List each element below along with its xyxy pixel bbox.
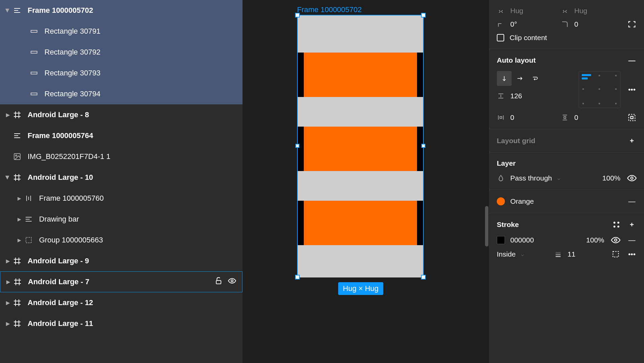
rectangle-icon	[30, 69, 38, 77]
remove-autolayout-button[interactable]: —	[627, 56, 637, 65]
detach-style-button[interactable]: —	[627, 197, 637, 206]
layer-frame-1000005760[interactable]: ▶ Frame 1000005760	[0, 188, 243, 209]
auto-layout-section: Auto layout — 126	[489, 49, 644, 129]
autolayout-frame-icon	[24, 215, 33, 224]
frame-section: ›‹ Hug ›‹ Hug 0° 0 Clip content	[489, 0, 644, 49]
resize-handle-mid-right[interactable]	[421, 144, 425, 148]
stroke-per-side-button[interactable]	[611, 250, 620, 259]
chevron-right-icon[interactable]: ▶	[15, 217, 23, 222]
canvas-frame-label[interactable]: Frame 1000005702	[297, 5, 362, 14]
svg-rect-57	[631, 117, 633, 119]
frame-stripe	[298, 127, 423, 171]
layer-android-large-9[interactable]: ▶ Android Large - 9	[0, 251, 243, 271]
frame-icon	[13, 173, 22, 182]
chevron-right-icon[interactable]: ▶	[15, 196, 23, 201]
resize-handle-top-left[interactable]	[295, 13, 300, 18]
layer-android-large-7[interactable]: ▶ Android Large - 7	[0, 271, 243, 292]
stroke-hex[interactable]: 000000	[510, 236, 534, 244]
gap-value[interactable]: 126	[510, 92, 522, 100]
stroke-opacity[interactable]: 100%	[586, 236, 604, 244]
individual-padding-button[interactable]	[627, 113, 637, 122]
opacity-value[interactable]: 100%	[602, 174, 620, 182]
corner-value[interactable]: 0	[574, 20, 578, 28]
layer-rectangle-30792[interactable]: Rectangle 30792	[0, 42, 243, 63]
blend-mode-icon	[497, 174, 505, 182]
height-hug-icon: ›‹	[561, 7, 569, 15]
individual-corners-button[interactable]	[627, 20, 637, 29]
visibility-icon[interactable]	[228, 277, 236, 287]
selected-frame[interactable]	[297, 15, 424, 277]
svg-rect-67	[613, 252, 618, 257]
unlock-icon[interactable]	[215, 277, 223, 287]
width-value[interactable]: Hug	[510, 7, 523, 15]
stroke-width-icon	[554, 250, 562, 258]
layer-android-large-11[interactable]: ▶ Android Large - 11	[0, 313, 243, 334]
rectangle-icon	[30, 48, 38, 57]
layer-android-large-10[interactable]: ▶ Android Large - 10	[0, 167, 243, 188]
svg-rect-6	[31, 93, 37, 95]
resize-handle-bottom-left[interactable]	[295, 275, 300, 279]
canvas-scrollbar[interactable]	[485, 206, 488, 246]
stroke-style-button[interactable]	[612, 220, 621, 229]
frame-stripe	[298, 15, 423, 53]
layer-frame-1000005764[interactable]: Frame 1000005764	[0, 125, 243, 146]
frame-icon	[13, 277, 22, 286]
autolayout-more-button[interactable]: •••	[627, 85, 637, 94]
clip-content-checkbox[interactable]	[497, 34, 504, 41]
chevron-right-icon[interactable]: ▶	[4, 300, 11, 305]
resize-handle-mid-left[interactable]	[295, 144, 299, 148]
canvas[interactable]: Frame 1000005702 Hug × Hug	[243, 0, 489, 363]
chevron-right-icon[interactable]: ▶	[4, 112, 11, 118]
chevron-right-icon[interactable]: ▶	[4, 279, 12, 285]
resize-handle-bottom-right[interactable]	[421, 275, 426, 279]
layer-drawing-bar[interactable]: ▶ Drawing bar	[0, 209, 243, 230]
layer-android-large-12[interactable]: ▶ Android Large - 12	[0, 292, 243, 313]
remove-stroke-button[interactable]: —	[627, 235, 637, 245]
padding-h-value[interactable]: 0	[510, 113, 514, 122]
layer-label: Frame 1000005764	[28, 131, 93, 140]
layer-group-1000005663[interactable]: ▶ Group 1000005663	[0, 230, 243, 251]
height-value[interactable]: Hug	[574, 7, 587, 15]
stroke-width-value[interactable]: 11	[568, 250, 575, 258]
stroke-more-button[interactable]: •••	[627, 250, 637, 259]
svg-rect-26	[26, 237, 31, 243]
chevron-down-icon: ⌵	[557, 175, 560, 181]
chevron-down-icon[interactable]: ▶	[5, 174, 10, 181]
image-icon	[13, 152, 22, 161]
layer-android-large-8[interactable]: ▶ Android Large - 8	[0, 104, 243, 125]
add-stroke-button[interactable]: +	[627, 220, 637, 229]
chevron-right-icon[interactable]: ▶	[15, 237, 23, 243]
svg-point-61	[613, 226, 615, 228]
alignment-box[interactable]	[579, 71, 620, 108]
chevron-down-icon[interactable]: ▶	[5, 7, 10, 14]
chevron-right-icon[interactable]: ▶	[4, 321, 11, 326]
direction-wrap-button[interactable]	[528, 71, 543, 86]
rotation-value[interactable]: 0°	[510, 20, 517, 28]
svg-rect-3	[31, 30, 37, 32]
layer-rectangle-30794[interactable]: Rectangle 30794	[0, 84, 243, 104]
group-icon	[24, 236, 33, 244]
properties-panel[interactable]: ›‹ Hug ›‹ Hug 0° 0 Clip content	[489, 0, 644, 363]
stroke-swatch[interactable]	[497, 236, 505, 244]
direction-horizontal-button[interactable]	[512, 71, 527, 86]
blend-mode-value[interactable]: Pass through	[510, 174, 552, 182]
layer-frame-1000005702[interactable]: ▶ Frame 1000005702	[0, 0, 243, 21]
visibility-toggle-button[interactable]	[627, 173, 637, 183]
resize-handle-top-right[interactable]	[421, 13, 426, 18]
fill-name[interactable]: Orange	[510, 197, 534, 205]
stroke-position[interactable]: Inside	[497, 250, 516, 258]
stroke-visibility-button[interactable]	[611, 235, 620, 245]
fill-swatch[interactable]	[497, 197, 505, 205]
layer-label: Android Large - 11	[28, 319, 93, 328]
layers-panel[interactable]: ▶ Frame 1000005702 Rectangle 30791 Recta…	[0, 0, 243, 363]
padding-v-value[interactable]: 0	[574, 113, 578, 122]
layer-rectangle-30793[interactable]: Rectangle 30793	[0, 63, 243, 84]
direction-vertical-button[interactable]	[497, 71, 512, 86]
svg-point-60	[617, 222, 619, 224]
layer-img[interactable]: IMG_B0252201F7D4-1 1	[0, 146, 243, 167]
svg-rect-5	[31, 72, 37, 74]
add-layout-grid-button[interactable]: +	[627, 136, 637, 145]
layer-rectangle-30791[interactable]: Rectangle 30791	[0, 21, 243, 42]
svg-rect-35	[216, 280, 221, 284]
chevron-right-icon[interactable]: ▶	[4, 258, 11, 264]
